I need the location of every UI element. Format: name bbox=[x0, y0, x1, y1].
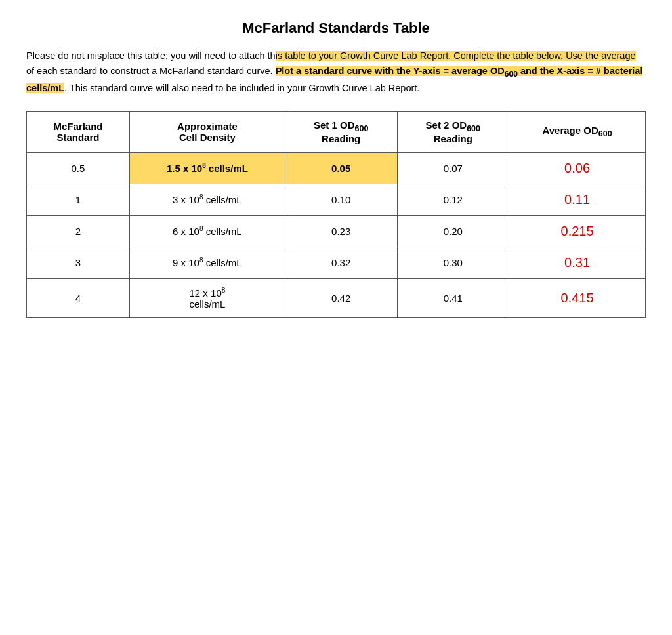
col-header-cell-density: ApproximateCell Density bbox=[129, 111, 285, 152]
cell-set1: 0.10 bbox=[285, 184, 397, 215]
cell-set1: 0.05 bbox=[285, 152, 397, 184]
cell-density: 3 x 108 cells/mL bbox=[129, 184, 285, 215]
mcfarland-table: McFarlandStandard ApproximateCell Densit… bbox=[26, 111, 646, 318]
cell-set2: 0.41 bbox=[397, 278, 509, 318]
cell-set1: 0.42 bbox=[285, 278, 397, 318]
cell-average: 0.31 bbox=[509, 247, 646, 278]
cell-density: 6 x 108 cells/mL bbox=[129, 215, 285, 247]
cell-average: 0.215 bbox=[509, 215, 646, 247]
cell-set2: 0.12 bbox=[397, 184, 509, 215]
cell-set2: 0.20 bbox=[397, 215, 509, 247]
col-header-standard: McFarlandStandard bbox=[27, 111, 130, 152]
cell-density: 9 x 108 cells/mL bbox=[129, 247, 285, 278]
col-header-set2: Set 2 OD600Reading bbox=[397, 111, 509, 152]
table-row: 2 6 x 108 cells/mL 0.23 0.20 0.215 bbox=[27, 215, 646, 247]
table-row: 4 12 x 108cells/mL 0.42 0.41 0.415 bbox=[27, 278, 646, 318]
cell-set1: 0.23 bbox=[285, 215, 397, 247]
intro-paragraph: Please do not misplace this table; you w… bbox=[26, 49, 646, 96]
cell-density: 12 x 108cells/mL bbox=[129, 278, 285, 318]
cell-density: 1.5 x 108 cells/mL bbox=[129, 152, 285, 184]
cell-standard: 1 bbox=[27, 184, 130, 215]
cell-set1: 0.32 bbox=[285, 247, 397, 278]
col-header-average: Average OD600 bbox=[509, 111, 646, 152]
cell-standard: 4 bbox=[27, 278, 130, 318]
cell-set2: 0.07 bbox=[397, 152, 509, 184]
cell-average: 0.415 bbox=[509, 278, 646, 318]
table-header-row: McFarlandStandard ApproximateCell Densit… bbox=[27, 111, 646, 152]
cell-average: 0.06 bbox=[509, 152, 646, 184]
cell-standard: 3 bbox=[27, 247, 130, 278]
col-header-set1: Set 1 OD600Reading bbox=[285, 111, 397, 152]
page-title: McFarland Standards Table bbox=[26, 20, 646, 37]
cell-standard: 0.5 bbox=[27, 152, 130, 184]
cell-set2: 0.30 bbox=[397, 247, 509, 278]
cell-average: 0.11 bbox=[509, 184, 646, 215]
table-row: 3 9 x 108 cells/mL 0.32 0.30 0.31 bbox=[27, 247, 646, 278]
table-row: 0.5 1.5 x 108 cells/mL 0.05 0.07 0.06 bbox=[27, 152, 646, 184]
cell-standard: 2 bbox=[27, 215, 130, 247]
table-row: 1 3 x 108 cells/mL 0.10 0.12 0.11 bbox=[27, 184, 646, 215]
